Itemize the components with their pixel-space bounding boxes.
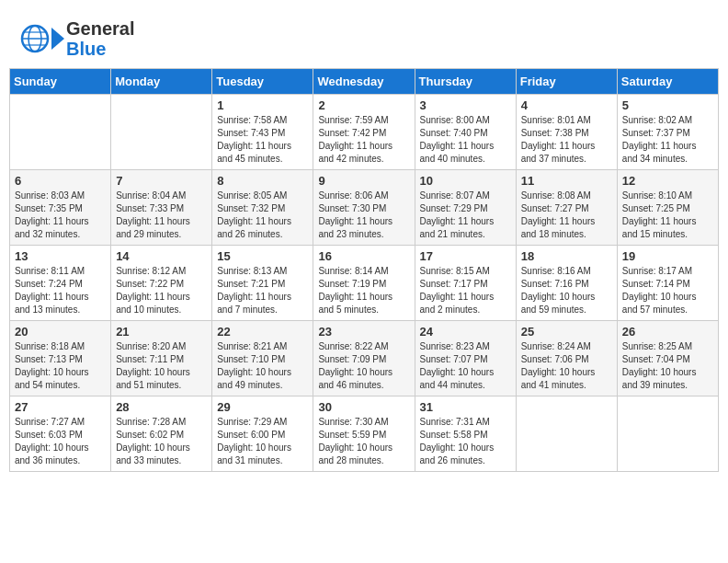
day-info: Sunrise: 8:17 AMSunset: 7:14 PMDaylight:… — [622, 265, 713, 316]
day-of-week-header: Monday — [111, 69, 212, 95]
day-info: Sunrise: 8:05 AMSunset: 7:32 PMDaylight:… — [217, 190, 308, 241]
calendar-day-cell: 14Sunrise: 8:12 AMSunset: 7:22 PMDayligh… — [111, 246, 212, 321]
day-number: 11 — [521, 174, 612, 188]
day-info: Sunrise: 8:25 AMSunset: 7:04 PMDaylight:… — [622, 340, 713, 392]
svg-marker-5 — [51, 28, 64, 50]
logo-text-general: General — [66, 18, 134, 39]
day-info: Sunrise: 7:30 AMSunset: 5:59 PMDaylight:… — [318, 416, 409, 467]
calendar-header-row: SundayMondayTuesdayWednesdayThursdayFrid… — [10, 69, 719, 95]
day-info: Sunrise: 7:31 AMSunset: 5:58 PMDaylight:… — [420, 416, 511, 467]
calendar-week-row: 27Sunrise: 7:27 AMSunset: 6:03 PMDayligh… — [10, 396, 719, 472]
day-number: 3 — [420, 98, 511, 112]
calendar-table: SundayMondayTuesdayWednesdayThursdayFrid… — [9, 68, 719, 472]
day-number: 22 — [217, 325, 308, 339]
day-number: 29 — [217, 400, 308, 414]
day-number: 28 — [116, 400, 207, 414]
calendar-week-row: 1Sunrise: 7:58 AMSunset: 7:43 PMDaylight… — [10, 95, 719, 170]
calendar-day-cell: 31Sunrise: 7:31 AMSunset: 5:58 PMDayligh… — [415, 396, 516, 472]
day-number: 13 — [15, 249, 106, 263]
calendar-day-cell: 12Sunrise: 8:10 AMSunset: 7:25 PMDayligh… — [617, 170, 718, 246]
calendar-week-row: 20Sunrise: 8:18 AMSunset: 7:13 PMDayligh… — [10, 321, 719, 396]
day-info: Sunrise: 7:29 AMSunset: 6:00 PMDaylight:… — [217, 416, 308, 467]
calendar-day-cell — [111, 95, 212, 170]
calendar-day-cell: 3Sunrise: 8:00 AMSunset: 7:40 PMDaylight… — [415, 95, 516, 170]
day-info: Sunrise: 8:23 AMSunset: 7:07 PMDaylight:… — [420, 340, 511, 392]
day-info: Sunrise: 8:11 AMSunset: 7:24 PMDaylight:… — [15, 265, 106, 316]
day-info: Sunrise: 8:21 AMSunset: 7:10 PMDaylight:… — [217, 340, 308, 392]
day-number: 7 — [116, 174, 207, 188]
calendar-week-row: 6Sunrise: 8:03 AMSunset: 7:35 PMDaylight… — [10, 170, 719, 246]
day-info: Sunrise: 8:15 AMSunset: 7:17 PMDaylight:… — [420, 265, 511, 316]
day-number: 5 — [622, 98, 713, 112]
day-number: 14 — [116, 249, 207, 263]
calendar-day-cell: 7Sunrise: 8:04 AMSunset: 7:33 PMDaylight… — [111, 170, 212, 246]
day-number: 19 — [622, 249, 713, 263]
calendar-day-cell: 15Sunrise: 8:13 AMSunset: 7:21 PMDayligh… — [212, 246, 313, 321]
calendar-day-cell: 25Sunrise: 8:24 AMSunset: 7:06 PMDayligh… — [516, 321, 617, 396]
calendar-day-cell: 29Sunrise: 7:29 AMSunset: 6:00 PMDayligh… — [212, 396, 313, 472]
calendar-day-cell: 26Sunrise: 8:25 AMSunset: 7:04 PMDayligh… — [617, 321, 718, 396]
calendar-day-cell: 10Sunrise: 8:07 AMSunset: 7:29 PMDayligh… — [415, 170, 516, 246]
day-number: 23 — [318, 325, 409, 339]
calendar-day-cell: 27Sunrise: 7:27 AMSunset: 6:03 PMDayligh… — [10, 396, 111, 472]
day-number: 27 — [15, 400, 106, 414]
day-info: Sunrise: 8:01 AMSunset: 7:38 PMDaylight:… — [521, 114, 612, 166]
day-info: Sunrise: 8:13 AMSunset: 7:21 PMDaylight:… — [217, 265, 308, 316]
day-info: Sunrise: 8:22 AMSunset: 7:09 PMDaylight:… — [318, 340, 409, 392]
calendar-day-cell: 1Sunrise: 7:58 AMSunset: 7:43 PMDaylight… — [212, 95, 313, 170]
logo-icon — [18, 18, 64, 59]
page-header: General Blue — [9, 9, 719, 63]
calendar-day-cell: 11Sunrise: 8:08 AMSunset: 7:27 PMDayligh… — [516, 170, 617, 246]
day-number: 24 — [420, 325, 511, 339]
day-number: 20 — [15, 325, 106, 339]
day-info: Sunrise: 8:18 AMSunset: 7:13 PMDaylight:… — [15, 340, 106, 392]
day-info: Sunrise: 8:00 AMSunset: 7:40 PMDaylight:… — [420, 114, 511, 166]
day-info: Sunrise: 8:20 AMSunset: 7:11 PMDaylight:… — [116, 340, 207, 392]
day-info: Sunrise: 8:07 AMSunset: 7:29 PMDaylight:… — [420, 190, 511, 241]
day-number: 16 — [318, 249, 409, 263]
day-of-week-header: Thursday — [415, 69, 516, 95]
day-of-week-header: Friday — [516, 69, 617, 95]
day-info: Sunrise: 8:24 AMSunset: 7:06 PMDaylight:… — [521, 340, 612, 392]
calendar-day-cell — [617, 396, 718, 472]
calendar-day-cell — [10, 95, 111, 170]
day-number: 31 — [420, 400, 511, 414]
day-info: Sunrise: 7:58 AMSunset: 7:43 PMDaylight:… — [217, 114, 308, 166]
day-info: Sunrise: 7:28 AMSunset: 6:02 PMDaylight:… — [116, 416, 207, 467]
day-number: 26 — [622, 325, 713, 339]
day-info: Sunrise: 8:10 AMSunset: 7:25 PMDaylight:… — [622, 190, 713, 241]
calendar-day-cell: 8Sunrise: 8:05 AMSunset: 7:32 PMDaylight… — [212, 170, 313, 246]
calendar-day-cell: 22Sunrise: 8:21 AMSunset: 7:10 PMDayligh… — [212, 321, 313, 396]
day-number: 17 — [420, 249, 511, 263]
calendar-day-cell: 24Sunrise: 8:23 AMSunset: 7:07 PMDayligh… — [415, 321, 516, 396]
day-of-week-header: Tuesday — [212, 69, 313, 95]
day-number: 4 — [521, 98, 612, 112]
calendar-week-row: 13Sunrise: 8:11 AMSunset: 7:24 PMDayligh… — [10, 246, 719, 321]
calendar-day-cell: 28Sunrise: 7:28 AMSunset: 6:02 PMDayligh… — [111, 396, 212, 472]
day-of-week-header: Wednesday — [313, 69, 415, 95]
day-info: Sunrise: 7:27 AMSunset: 6:03 PMDaylight:… — [15, 416, 106, 467]
calendar-day-cell: 19Sunrise: 8:17 AMSunset: 7:14 PMDayligh… — [617, 246, 718, 321]
calendar-day-cell: 6Sunrise: 8:03 AMSunset: 7:35 PMDaylight… — [10, 170, 111, 246]
calendar-day-cell: 2Sunrise: 7:59 AMSunset: 7:42 PMDaylight… — [313, 95, 415, 170]
day-number: 9 — [318, 174, 409, 188]
day-info: Sunrise: 8:03 AMSunset: 7:35 PMDaylight:… — [15, 190, 106, 241]
day-info: Sunrise: 8:14 AMSunset: 7:19 PMDaylight:… — [318, 265, 409, 316]
day-of-week-header: Sunday — [10, 69, 111, 95]
day-info: Sunrise: 8:16 AMSunset: 7:16 PMDaylight:… — [521, 265, 612, 316]
day-info: Sunrise: 8:02 AMSunset: 7:37 PMDaylight:… — [622, 114, 713, 166]
day-number: 10 — [420, 174, 511, 188]
calendar-day-cell — [516, 396, 617, 472]
calendar-day-cell: 23Sunrise: 8:22 AMSunset: 7:09 PMDayligh… — [313, 321, 415, 396]
day-number: 15 — [217, 249, 308, 263]
day-number: 30 — [318, 400, 409, 414]
calendar-day-cell: 18Sunrise: 8:16 AMSunset: 7:16 PMDayligh… — [516, 246, 617, 321]
day-number: 2 — [318, 98, 409, 112]
logo-text-blue: Blue — [66, 39, 134, 59]
calendar-day-cell: 5Sunrise: 8:02 AMSunset: 7:37 PMDaylight… — [617, 95, 718, 170]
day-info: Sunrise: 7:59 AMSunset: 7:42 PMDaylight:… — [318, 114, 409, 166]
day-number: 25 — [521, 325, 612, 339]
day-info: Sunrise: 8:08 AMSunset: 7:27 PMDaylight:… — [521, 190, 612, 241]
day-number: 18 — [521, 249, 612, 263]
calendar-day-cell: 9Sunrise: 8:06 AMSunset: 7:30 PMDaylight… — [313, 170, 415, 246]
